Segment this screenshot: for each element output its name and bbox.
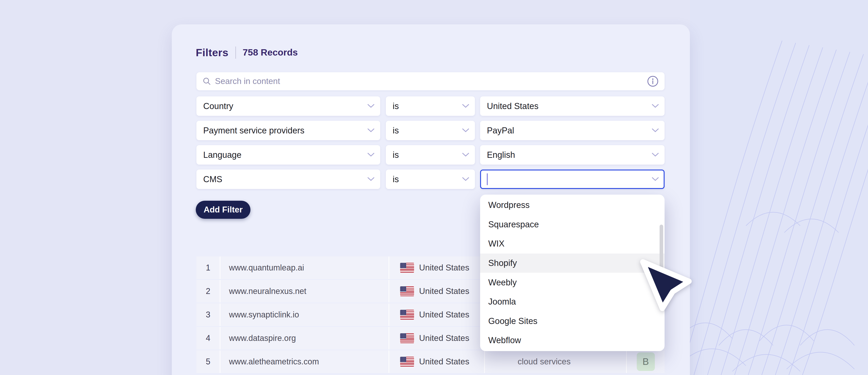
filter-row: Country is United States (196, 96, 664, 116)
background-pattern (687, 0, 868, 375)
chevron-down-icon (368, 104, 374, 108)
dropdown-option-webflow[interactable]: Webflow (480, 331, 664, 350)
filter-field-value: Country (203, 101, 368, 111)
header-divider (235, 46, 236, 59)
chevron-down-icon (462, 104, 469, 108)
filter-operator-value: is (393, 150, 462, 160)
dropdown-option-wix[interactable]: WIX (480, 234, 664, 253)
filter-row: CMS is (196, 170, 664, 189)
filter-field-value: CMS (203, 174, 368, 184)
chevron-down-icon (462, 153, 469, 157)
filter-value: PayPal (487, 126, 652, 135)
search-icon (202, 77, 211, 86)
us-flag-icon (400, 263, 414, 273)
badge-cell: B (627, 350, 664, 373)
filter-value: United States (487, 101, 652, 111)
filter-field-select[interactable]: Payment service providers (196, 121, 380, 140)
page: Filters 758 Records Search in content Co… (0, 0, 868, 375)
filter-operator-select[interactable]: is (386, 121, 475, 140)
chevron-down-icon (462, 177, 469, 181)
add-filter-button[interactable]: Add Filter (196, 201, 250, 219)
filter-value-select[interactable]: PayPal (480, 121, 664, 140)
chevron-down-icon (462, 129, 469, 133)
filter-field-value: Language (203, 150, 368, 160)
filter-row: Payment service providers is PayPal (196, 121, 664, 140)
country-label: United States (419, 357, 469, 367)
country-cell: United States (389, 280, 485, 303)
page-title: Filters (196, 46, 228, 59)
table-row[interactable]: 5 www.aletheametrics.com United States c… (196, 350, 664, 373)
cms-value-input[interactable] (480, 170, 664, 189)
country-cell: United States (389, 303, 485, 326)
status-badge: B (637, 352, 655, 371)
chevron-down-icon (368, 129, 374, 133)
search-placeholder: Search in content (215, 76, 647, 86)
website-url: www.neuralnexus.net (220, 280, 389, 303)
filter-field-select[interactable]: Language (196, 145, 380, 165)
row-number: 2 (196, 280, 220, 303)
filter-field-select[interactable]: CMS (196, 170, 380, 189)
website-url: www.synapticlink.io (220, 303, 389, 326)
dropdown-option-google-sites[interactable]: Google Sites (480, 312, 664, 331)
filter-operator-value: is (393, 101, 462, 111)
cms-options-dropdown: Wordpress Squarespace WIX Shopify Weebly… (480, 195, 664, 351)
filter-operator-value: is (393, 174, 462, 184)
row-number: 5 (196, 350, 220, 373)
filter-value-select[interactable]: United States (480, 96, 664, 116)
us-flag-icon (400, 333, 414, 343)
country-cell: United States (389, 350, 485, 373)
mouse-cursor (640, 259, 694, 313)
keyword-cell: cloud services (485, 350, 627, 373)
website-url: www.aletheametrics.com (220, 350, 389, 373)
row-number: 3 (196, 303, 220, 326)
chevron-down-icon (652, 177, 659, 181)
row-number: 4 (196, 327, 220, 349)
country-cell: United States (389, 257, 485, 279)
search-bar[interactable]: Search in content (196, 72, 664, 90)
website-url: www.quantumleap.ai (220, 257, 389, 279)
filter-value: English (487, 150, 652, 160)
row-number: 1 (196, 257, 220, 279)
info-icon[interactable] (647, 75, 659, 87)
dropdown-option-shopify[interactable]: Shopify (480, 253, 664, 273)
dropdown-option-wordpress[interactable]: Wordpress (480, 196, 664, 215)
chevron-down-icon (368, 177, 374, 181)
filter-operator-select[interactable]: is (386, 145, 475, 165)
text-cursor (487, 173, 488, 185)
chevron-down-icon (652, 153, 659, 157)
country-label: United States (419, 310, 469, 319)
country-label: United States (419, 334, 469, 343)
country-label: United States (419, 286, 469, 296)
chevron-down-icon (368, 153, 374, 157)
us-flag-icon (400, 357, 414, 367)
chevron-down-icon (652, 129, 659, 133)
filter-field-select[interactable]: Country (196, 96, 380, 116)
country-cell: United States (389, 327, 485, 349)
filter-operator-select[interactable]: is (386, 96, 475, 116)
website-url: www.dataspire.org (220, 327, 389, 349)
filter-operator-value: is (393, 126, 462, 135)
filter-value-select[interactable]: English (480, 145, 664, 165)
filter-operator-select[interactable]: is (386, 170, 475, 189)
country-label: United States (419, 263, 469, 273)
us-flag-icon (400, 310, 414, 320)
panel-header: Filters 758 Records (196, 46, 298, 59)
chevron-down-icon (652, 104, 659, 108)
dropdown-option-joomla[interactable]: Joomla (480, 292, 664, 312)
us-flag-icon (400, 286, 414, 296)
dropdown-option-weebly[interactable]: Weebly (480, 273, 664, 292)
records-count: 758 Records (243, 47, 298, 58)
dropdown-option-squarespace[interactable]: Squarespace (480, 215, 664, 234)
filter-row: Language is English (196, 145, 664, 165)
filter-field-value: Payment service providers (203, 126, 368, 135)
